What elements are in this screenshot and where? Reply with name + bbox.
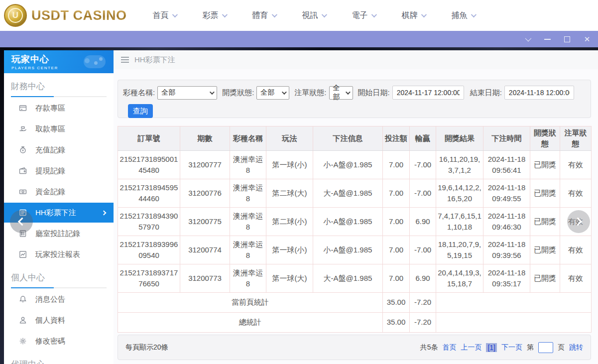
summary-winloss: -7.20 xyxy=(410,312,436,332)
total-summary-row: 總統計 35.00 -7.20 xyxy=(118,312,592,332)
sidebar-item-announcements[interactable]: 消息公告 xyxy=(4,289,114,309)
sidebar-item-fund-records[interactable]: 資金記錄 xyxy=(4,182,114,202)
coin-logo-icon: U xyxy=(4,4,27,27)
nav-item-home[interactable]: 首頁 xyxy=(153,10,176,21)
panel-expand-button[interactable] xyxy=(567,210,590,233)
withdraw-hand-icon xyxy=(19,125,27,133)
current-page-indicator: [1] xyxy=(486,343,497,352)
nav-label: 彩票 xyxy=(203,10,219,21)
sidebar-item-label: 取款專區 xyxy=(35,124,65,134)
order-status-select[interactable]: 全部 xyxy=(329,86,353,100)
first-page-link[interactable]: 首页 xyxy=(442,343,456,352)
sidebar-item-label: 玩家投注報表 xyxy=(35,250,80,259)
end-date-input[interactable] xyxy=(504,86,574,100)
col-bet-info: 下注信息 xyxy=(313,126,383,151)
col-draw-status: 開獎狀態 xyxy=(530,126,560,151)
draw-status-select[interactable]: 全部 xyxy=(256,86,289,100)
chevron-down-icon xyxy=(345,90,350,95)
nav-label: 棋牌 xyxy=(402,10,418,21)
main-content: HH彩票下注 彩種名稱: 全部 開獎狀態: 全部 注單狀態: 全部 xyxy=(114,50,598,364)
chevron-down-icon xyxy=(321,12,327,17)
bell-icon xyxy=(19,295,27,303)
table-row: 2152173189371776650 31200773 澳洲幸运8 第一球(大… xyxy=(118,264,592,292)
nav-item-sports[interactable]: 體育 xyxy=(252,10,276,21)
col-play: 玩法 xyxy=(266,126,313,151)
sidebar-item-label: 資金記錄 xyxy=(35,187,65,197)
hamburger-menu-icon[interactable] xyxy=(121,57,129,63)
gear-icon xyxy=(19,337,27,345)
search-button[interactable]: 查詢 xyxy=(128,104,153,118)
lottery-name-select[interactable]: 全部 xyxy=(157,86,217,100)
col-amount: 投注額 xyxy=(383,126,410,151)
nav-item-fishing[interactable]: 捕魚 xyxy=(452,10,475,21)
wallet-icon xyxy=(19,167,27,175)
chevron-down-icon xyxy=(172,12,177,17)
col-period: 期數 xyxy=(180,126,230,151)
moneybag-icon xyxy=(19,146,27,154)
page-number-input[interactable] xyxy=(538,342,553,353)
sidebar-collapse-button[interactable] xyxy=(10,210,33,233)
bets-table: 訂單號 期數 彩種名稱 玩法 下注信息 投注額 輸贏 開獎結果 下注時間 開獎狀… xyxy=(118,126,592,333)
nav-item-lottery[interactable]: 彩票 xyxy=(203,10,226,21)
jump-prefix-label: 第 xyxy=(527,343,534,352)
col-winloss: 輸贏 xyxy=(410,126,436,151)
brand-logo[interactable]: U USDT CASINO xyxy=(4,4,127,27)
nav-label: 電子 xyxy=(352,10,368,21)
order-status-label: 注單狀態: xyxy=(294,88,326,98)
summary-empty xyxy=(436,312,592,332)
sidebar-header: 玩家中心 PLAYERS CENTER xyxy=(4,50,114,73)
chevron-down-icon xyxy=(371,12,376,17)
start-date-input[interactable] xyxy=(392,86,464,100)
prev-page-link[interactable]: 上一页 xyxy=(461,343,481,352)
chevron-down-icon xyxy=(210,90,215,95)
section-underline xyxy=(11,287,107,288)
chevron-down-icon xyxy=(471,12,476,17)
nav-label: 首頁 xyxy=(153,10,169,21)
table-header-row: 訂單號 期數 彩種名稱 玩法 下注信息 投注額 輸贏 開獎結果 下注時間 開獎狀… xyxy=(118,126,592,151)
nav-item-video[interactable]: 視訊 xyxy=(302,10,326,21)
window-close-button[interactable]: ✕ xyxy=(583,35,591,43)
user-icon xyxy=(19,316,27,324)
sidebar-item-label: 消息公告 xyxy=(35,295,65,304)
sidebar-item-label: HH彩票下注 xyxy=(35,208,76,218)
col-order-no: 訂單號 xyxy=(118,126,180,151)
chevron-left-icon xyxy=(18,218,26,226)
section-underline xyxy=(11,96,107,97)
workspace: 玩家中心 PLAYERS CENTER 財務中心 存款專區 取款專區 充值記錄 … xyxy=(0,47,598,364)
window-minimize-button[interactable] xyxy=(543,35,551,43)
minimize-icon xyxy=(544,39,551,40)
summary-amount: 35.00 xyxy=(383,312,410,332)
start-date-label: 開始日期: xyxy=(358,88,390,98)
col-order-status: 注單狀態 xyxy=(560,126,592,151)
table-row: 2152173189399609540 31200774 澳洲幸运8 第一球(小… xyxy=(118,236,592,264)
next-page-link[interactable]: 下一页 xyxy=(501,343,522,352)
window-collapse-button[interactable] xyxy=(523,35,531,43)
window-maximize-button[interactable] xyxy=(563,35,571,43)
sidebar-item-deposit[interactable]: 存款專區 xyxy=(4,98,114,118)
breadcrumb: HH彩票下注 xyxy=(114,50,598,69)
section-title-agent: 代理中心 xyxy=(11,359,107,364)
jump-link[interactable]: 跳转 xyxy=(569,343,583,352)
sidebar-item-player-bet-report[interactable]: 玩家投注報表 xyxy=(4,244,114,264)
sidebar-item-withdrawal-records[interactable]: 提現記錄 xyxy=(4,161,114,181)
summary-label: 當前頁統計 xyxy=(118,292,383,312)
sidebar-item-label: 充值記錄 xyxy=(35,145,65,155)
end-date-label: 結束日期: xyxy=(470,88,502,98)
jump-suffix-label: 页 xyxy=(558,343,565,352)
chevron-down-icon xyxy=(222,12,227,17)
sidebar-item-withdraw[interactable]: 取款專區 xyxy=(4,119,114,139)
sidebar-item-change-password[interactable]: 修改密碼 xyxy=(4,331,114,351)
section-title-finance: 財務中心 xyxy=(11,81,107,92)
nav-item-slots[interactable]: 電子 xyxy=(352,10,375,21)
chevron-down-icon xyxy=(421,12,426,17)
report-chart-icon xyxy=(19,250,27,258)
chevron-down-icon xyxy=(525,35,531,42)
chevron-right-icon xyxy=(574,218,582,226)
filter-panel: 彩種名稱: 全部 開獎狀態: 全部 注單狀態: 全部 開始日期: 結束日期: xyxy=(118,80,591,118)
nav-item-boardgames[interactable]: 棋牌 xyxy=(402,10,425,21)
nav-label: 視訊 xyxy=(302,10,318,21)
sidebar-item-profile[interactable]: 個人資料 xyxy=(4,310,114,330)
table-row: 2152173189439057970 31200775 澳洲幸运8 第二球(小… xyxy=(118,207,592,236)
sidebar-item-recharge-records[interactable]: 充值記錄 xyxy=(4,140,114,160)
page-summary-row: 當前頁統計 35.00 -7.20 xyxy=(118,292,592,312)
